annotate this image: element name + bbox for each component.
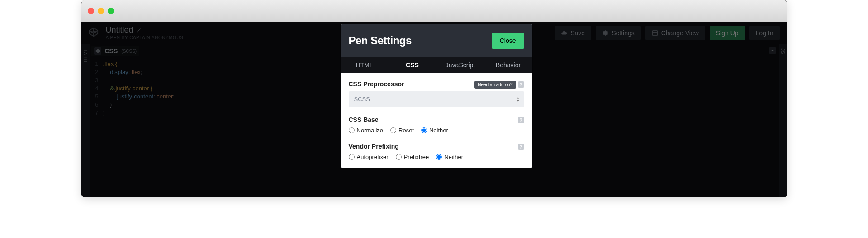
- pen-settings-modal: Pen Settings Close HTML CSS JavaScript B…: [341, 24, 532, 168]
- radio-autoprefixer[interactable]: Autoprefixer: [349, 154, 389, 160]
- gear-icon[interactable]: [94, 47, 101, 55]
- login-label: Log In: [756, 29, 773, 37]
- modal-header: Pen Settings Close: [341, 24, 532, 57]
- tab-behavior[interactable]: Behavior: [484, 57, 532, 73]
- help-icon[interactable]: ?: [518, 81, 524, 88]
- window-max-dot[interactable]: [108, 8, 114, 14]
- radio-reset[interactable]: Reset: [390, 127, 414, 134]
- settings-button[interactable]: Settings: [596, 26, 641, 40]
- pane-title: CSS: [105, 47, 118, 55]
- cloud-icon: [561, 30, 567, 36]
- tab-javascript[interactable]: JavaScript: [436, 57, 484, 73]
- vendor-prefixing-section: Vendor Prefixing ? Autoprefixer Prefixfr…: [349, 143, 524, 160]
- addon-badge[interactable]: Need an add-on?: [474, 81, 516, 89]
- radio-neither-base[interactable]: Neither: [421, 127, 448, 134]
- window-min-dot[interactable]: [98, 8, 104, 14]
- gear-icon: [602, 30, 608, 36]
- pencil-icon[interactable]: [136, 28, 142, 33]
- modal-body: CSS Preprocessor Need an add-on? ? SCSS …: [341, 73, 532, 168]
- side-tab-html[interactable]: HTML: [81, 44, 90, 197]
- css-base-section: CSS Base ? Normalize Reset Neither: [349, 116, 524, 134]
- pen-title[interactable]: Untitled: [106, 25, 133, 35]
- mac-titlebar: [81, 0, 787, 22]
- codepen-app: Untitled A PEN BY CAPTAIN ANONYMOUS Save…: [81, 22, 787, 197]
- preprocessor-section: CSS Preprocessor Need an add-on? ? SCSS: [349, 80, 524, 107]
- close-button[interactable]: Close: [492, 33, 524, 49]
- save-button[interactable]: Save: [555, 26, 591, 40]
- codepen-logo-icon: [89, 27, 99, 39]
- pane-subtitle: (SCSS): [121, 49, 137, 54]
- select-value: SCSS: [354, 96, 370, 103]
- pane-collapse-button[interactable]: [769, 47, 776, 54]
- signup-label: Sign Up: [716, 29, 739, 37]
- radio-normalize[interactable]: Normalize: [349, 127, 384, 134]
- side-tab-js[interactable]: JS: [779, 44, 787, 197]
- radio-prefixfree[interactable]: Prefixfree: [396, 154, 429, 160]
- modal-title: Pen Settings: [349, 34, 412, 47]
- select-chevron-icon: [516, 97, 520, 102]
- pane-header: CSS (SCSS): [91, 46, 140, 56]
- css-base-heading: CSS Base: [349, 116, 524, 123]
- layout-icon: [652, 30, 658, 36]
- modal-tabs: HTML CSS JavaScript Behavior: [341, 57, 532, 73]
- help-icon[interactable]: ?: [518, 144, 524, 150]
- change-view-label: Change View: [661, 29, 699, 37]
- settings-label: Settings: [612, 29, 635, 37]
- tab-html[interactable]: HTML: [341, 57, 389, 73]
- save-label: Save: [570, 29, 585, 37]
- chevron-down-icon: [771, 49, 774, 52]
- login-button[interactable]: Log In: [749, 26, 780, 40]
- browser-window: Untitled A PEN BY CAPTAIN ANONYMOUS Save…: [81, 0, 787, 197]
- radio-neither-prefix[interactable]: Neither: [436, 154, 463, 160]
- preprocessor-select[interactable]: SCSS: [349, 91, 524, 107]
- signup-button[interactable]: Sign Up: [710, 26, 745, 40]
- tab-css[interactable]: CSS: [389, 57, 436, 73]
- window-close-dot[interactable]: [88, 8, 94, 14]
- help-icon[interactable]: ?: [518, 117, 524, 123]
- change-view-button[interactable]: Change View: [645, 26, 705, 40]
- vendor-prefixing-heading: Vendor Prefixing: [349, 143, 524, 150]
- svg-rect-3: [652, 30, 657, 35]
